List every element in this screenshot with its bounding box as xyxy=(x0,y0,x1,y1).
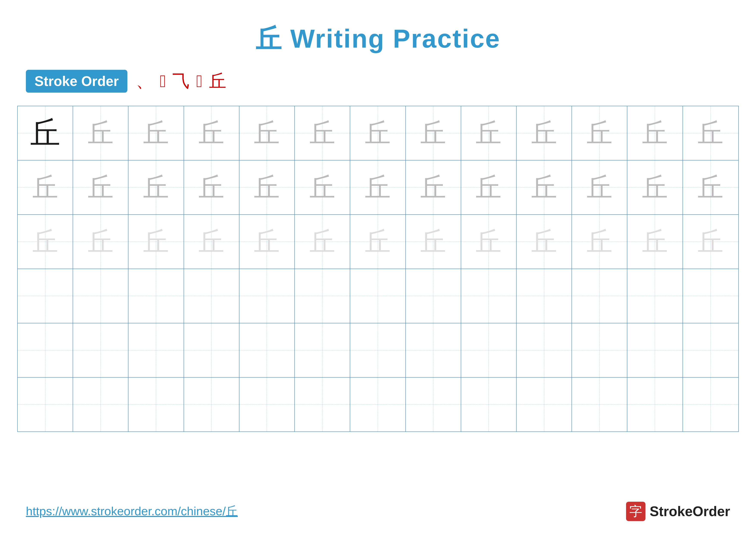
grid-cell-2-9[interactable]: 丘 xyxy=(461,161,517,214)
stroke-step-4: 𠂇 xyxy=(196,71,202,91)
grid-cell-1-8[interactable]: 丘 xyxy=(406,106,461,160)
grid-cell-1-1[interactable]: 丘 xyxy=(18,106,73,160)
grid-cell-1-6[interactable]: 丘 xyxy=(295,106,350,160)
char-guide: 丘 xyxy=(88,170,114,205)
logo-char: 字 xyxy=(629,503,642,520)
grid-cell-1-3[interactable]: 丘 xyxy=(128,106,184,160)
grid-cell-1-5[interactable]: 丘 xyxy=(239,106,295,160)
grid-cell-5-1[interactable] xyxy=(18,323,73,377)
grid-cell-3-7[interactable]: 丘 xyxy=(350,215,406,268)
grid-cell-1-4[interactable]: 丘 xyxy=(184,106,239,160)
grid-cell-5-10[interactable] xyxy=(517,323,572,377)
grid-row-1: 丘 丘 丘 丘 丘 丘 丘 丘 丘 丘 丘 丘 xyxy=(18,106,738,161)
char-guide: 丘 xyxy=(143,170,169,205)
stroke-step-1: 、 xyxy=(136,69,153,93)
grid-cell-6-4[interactable] xyxy=(184,378,239,431)
char-guide: 丘 xyxy=(587,170,612,205)
grid-cell-6-9[interactable] xyxy=(461,378,517,431)
grid-cell-6-11[interactable] xyxy=(572,378,627,431)
grid-cell-6-3[interactable] xyxy=(128,378,184,431)
grid-cell-1-12[interactable]: 丘 xyxy=(627,106,683,160)
grid-cell-2-4[interactable]: 丘 xyxy=(184,161,239,214)
grid-cell-1-13[interactable]: 丘 xyxy=(683,106,738,160)
grid-cell-4-2[interactable] xyxy=(73,269,128,323)
grid-cell-1-9[interactable]: 丘 xyxy=(461,106,517,160)
grid-cell-5-3[interactable] xyxy=(128,323,184,377)
grid-cell-5-6[interactable] xyxy=(295,323,350,377)
grid-cell-3-1[interactable]: 丘 xyxy=(18,215,73,268)
grid-cell-4-8[interactable] xyxy=(406,269,461,323)
grid-cell-2-7[interactable]: 丘 xyxy=(350,161,406,214)
grid-cell-3-4[interactable]: 丘 xyxy=(184,215,239,268)
grid-cell-3-9[interactable]: 丘 xyxy=(461,215,517,268)
char-guide: 丘 xyxy=(642,170,668,205)
grid-cell-2-6[interactable]: 丘 xyxy=(295,161,350,214)
grid-cell-3-2[interactable]: 丘 xyxy=(73,215,128,268)
grid-cell-2-13[interactable]: 丘 xyxy=(683,161,738,214)
grid-cell-5-2[interactable] xyxy=(73,323,128,377)
grid-cell-3-12[interactable]: 丘 xyxy=(627,215,683,268)
char-guide-light: 丘 xyxy=(531,224,557,259)
grid-cell-4-13[interactable] xyxy=(683,269,738,323)
grid-cell-5-9[interactable] xyxy=(461,323,517,377)
char-guide: 丘 xyxy=(143,116,169,151)
grid-cell-2-5[interactable]: 丘 xyxy=(239,161,295,214)
grid-cell-6-6[interactable] xyxy=(295,378,350,431)
grid-cell-2-10[interactable]: 丘 xyxy=(517,161,572,214)
char-guide: 丘 xyxy=(32,170,58,205)
footer-logo: 字 StrokeOrder xyxy=(626,502,730,521)
grid-cell-4-10[interactable] xyxy=(517,269,572,323)
grid-cell-3-5[interactable]: 丘 xyxy=(239,215,295,268)
grid-cell-4-3[interactable] xyxy=(128,269,184,323)
grid-cell-3-13[interactable]: 丘 xyxy=(683,215,738,268)
grid-cell-2-12[interactable]: 丘 xyxy=(627,161,683,214)
char-guide-light: 丘 xyxy=(254,224,280,259)
grid-cell-3-8[interactable]: 丘 xyxy=(406,215,461,268)
grid-row-5 xyxy=(18,323,738,378)
grid-cell-4-4[interactable] xyxy=(184,269,239,323)
grid-cell-4-5[interactable] xyxy=(239,269,295,323)
grid-cell-1-7[interactable]: 丘 xyxy=(350,106,406,160)
logo-text: StrokeOrder xyxy=(650,503,730,519)
grid-cell-5-7[interactable] xyxy=(350,323,406,377)
grid-cell-4-9[interactable] xyxy=(461,269,517,323)
grid-cell-4-11[interactable] xyxy=(572,269,627,323)
grid-cell-2-11[interactable]: 丘 xyxy=(572,161,627,214)
grid-cell-6-10[interactable] xyxy=(517,378,572,431)
grid-cell-2-1[interactable]: 丘 xyxy=(18,161,73,214)
grid-cell-5-4[interactable] xyxy=(184,323,239,377)
char-guide: 丘 xyxy=(199,116,224,151)
grid-cell-6-5[interactable] xyxy=(239,378,295,431)
grid-cell-1-11[interactable]: 丘 xyxy=(572,106,627,160)
footer-url[interactable]: https://www.strokeorder.com/chinese/丘 xyxy=(26,503,238,520)
grid-cell-6-1[interactable] xyxy=(18,378,73,431)
char-guide-light: 丘 xyxy=(698,224,723,259)
char-guide: 丘 xyxy=(642,116,668,151)
grid-cell-1-2[interactable]: 丘 xyxy=(73,106,128,160)
grid-cell-3-6[interactable]: 丘 xyxy=(295,215,350,268)
grid-cell-1-10[interactable]: 丘 xyxy=(517,106,572,160)
grid-cell-2-3[interactable]: 丘 xyxy=(128,161,184,214)
grid-cell-5-13[interactable] xyxy=(683,323,738,377)
grid-cell-5-5[interactable] xyxy=(239,323,295,377)
grid-cell-5-11[interactable] xyxy=(572,323,627,377)
grid-cell-4-6[interactable] xyxy=(295,269,350,323)
char-guide: 丘 xyxy=(420,170,446,205)
grid-cell-3-10[interactable]: 丘 xyxy=(517,215,572,268)
grid-cell-6-12[interactable] xyxy=(627,378,683,431)
grid-cell-2-2[interactable]: 丘 xyxy=(73,161,128,214)
grid-cell-6-2[interactable] xyxy=(73,378,128,431)
stroke-step-3: ⺄ xyxy=(173,69,190,93)
grid-cell-4-12[interactable] xyxy=(627,269,683,323)
char-guide: 丘 xyxy=(475,170,501,205)
grid-cell-5-8[interactable] xyxy=(406,323,461,377)
grid-cell-5-12[interactable] xyxy=(627,323,683,377)
grid-cell-6-13[interactable] xyxy=(683,378,738,431)
grid-cell-3-3[interactable]: 丘 xyxy=(128,215,184,268)
grid-cell-3-11[interactable]: 丘 xyxy=(572,215,627,268)
grid-cell-4-7[interactable] xyxy=(350,269,406,323)
grid-cell-4-1[interactable] xyxy=(18,269,73,323)
grid-cell-2-8[interactable]: 丘 xyxy=(406,161,461,214)
grid-cell-6-8[interactable] xyxy=(406,378,461,431)
grid-cell-6-7[interactable] xyxy=(350,378,406,431)
